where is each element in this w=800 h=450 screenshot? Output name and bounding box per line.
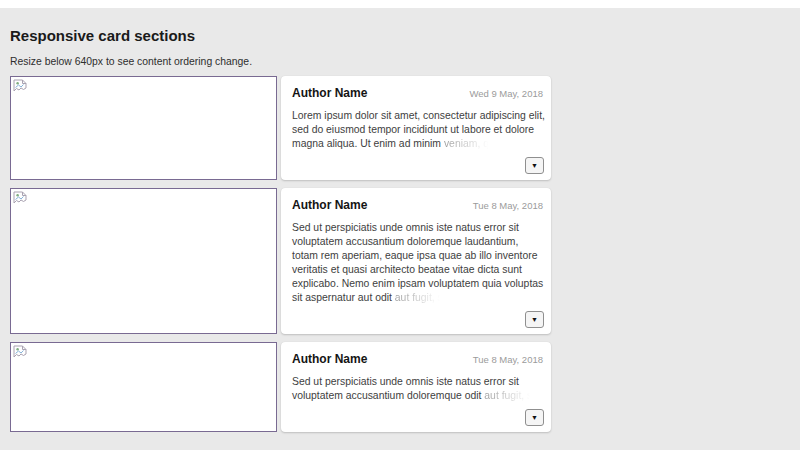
card-text-main: Lorem ipsum dolor sit amet, consectetur …	[292, 110, 545, 149]
card-date: Tue 8 May, 2018	[473, 200, 547, 211]
chevron-down-icon: ▼	[531, 414, 538, 421]
card-text-fade: veniam, quis	[441, 138, 502, 149]
card-header: Author Name Wed 9 May, 2018	[292, 85, 547, 101]
card: Author Name Tue 8 May, 2018 Sed ut persp…	[10, 342, 551, 432]
card-text-fade: aut fugit, sed	[481, 390, 543, 401]
card-header: Author Name Tue 8 May, 2018	[292, 351, 547, 367]
page-subtitle: Resize below 640px to see content orderi…	[10, 55, 790, 68]
card-image-placeholder	[10, 342, 277, 432]
author-name: Author Name	[292, 351, 367, 367]
card-content: Author Name Wed 9 May, 2018 Lorem ipsum …	[281, 76, 551, 180]
chevron-down-icon: ▼	[531, 316, 538, 323]
broken-image-icon	[13, 345, 28, 363]
card-date: Wed 9 May, 2018	[469, 88, 547, 99]
card: Author Name Tue 8 May, 2018 Sed ut persp…	[10, 188, 551, 334]
broken-image-icon	[13, 191, 28, 209]
author-name: Author Name	[292, 197, 367, 213]
card-text-fade: aut fugit, sed	[392, 292, 454, 303]
card-text: Sed ut perspiciatis unde omnis iste natu…	[292, 221, 547, 305]
expand-button[interactable]: ▼	[525, 311, 544, 328]
card-date: Tue 8 May, 2018	[473, 354, 547, 365]
expand-button[interactable]: ▼	[525, 409, 544, 426]
card-image-placeholder	[10, 76, 277, 180]
author-name: Author Name	[292, 85, 367, 101]
card-content: Author Name Tue 8 May, 2018 Sed ut persp…	[281, 342, 551, 432]
expand-button[interactable]: ▼	[525, 157, 544, 174]
card-text: Lorem ipsum dolor sit amet, consectetur …	[292, 109, 547, 151]
broken-image-icon	[13, 79, 28, 97]
chevron-down-icon: ▼	[531, 162, 538, 169]
card-text: Sed ut perspiciatis unde omnis iste natu…	[292, 375, 547, 403]
card-image-placeholder	[10, 188, 277, 334]
card-header: Author Name Tue 8 May, 2018	[292, 197, 547, 213]
card-content: Author Name Tue 8 May, 2018 Sed ut persp…	[281, 188, 551, 334]
page-background: Responsive card sections Resize below 64…	[0, 8, 800, 450]
page-title: Responsive card sections	[10, 26, 790, 45]
card: Author Name Wed 9 May, 2018 Lorem ipsum …	[10, 76, 551, 180]
card-text-main: Sed ut perspiciatis unde omnis iste natu…	[292, 222, 543, 303]
